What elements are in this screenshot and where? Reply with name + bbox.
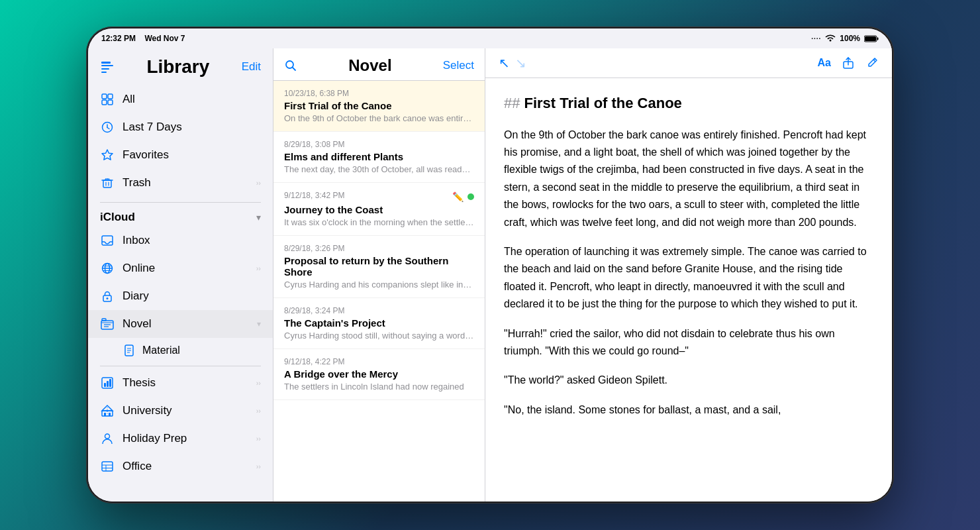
note-preview: Cyrus Harding and his companions slept l… xyxy=(284,280,474,290)
device-frame: 12:32 PM Wed Nov 7 ···· 100% xyxy=(86,26,894,504)
note-date: 9/12/18, 3:42 PM xyxy=(284,191,344,200)
icloud-title: iCloud xyxy=(100,211,135,224)
signal-icon: ···· xyxy=(811,35,821,42)
nav-forward-icon[interactable]: ↘ xyxy=(515,55,526,71)
battery-label: 100% xyxy=(840,34,860,43)
online-arrow: ›› xyxy=(256,264,261,272)
editor-paragraph-1: On the 9th of October the bark canoe was… xyxy=(504,127,873,231)
sidebar-item-university[interactable]: University ›› xyxy=(88,397,273,425)
sidebar-item-last7days[interactable]: Last 7 Days xyxy=(88,113,273,141)
editor-title: ##First Trial of the Canoe xyxy=(504,94,873,113)
trash-arrow: ›› xyxy=(256,179,261,187)
sidebar-item-inbox[interactable]: Inbox xyxy=(88,227,273,254)
unread-dot xyxy=(467,193,474,200)
search-icon[interactable] xyxy=(284,59,297,72)
sidebar-title: Library xyxy=(146,56,209,78)
svg-rect-33 xyxy=(102,319,106,321)
sidebar-item-holiday[interactable]: Holiday Prep ›› xyxy=(88,425,273,452)
sidebar-diary-label: Diary xyxy=(122,290,261,303)
app-content: Library Edit All Last 7 xyxy=(88,48,892,502)
editor-body[interactable]: On the 9th of October the bark canoe was… xyxy=(504,127,873,419)
svg-rect-6 xyxy=(101,72,107,73)
thesis-arrow: ›› xyxy=(256,379,261,387)
edit-pencil-icon: ✏️ xyxy=(452,191,464,202)
heading-hash: ## xyxy=(504,95,520,111)
sidebar-item-favorites[interactable]: Favorites xyxy=(88,141,273,169)
svg-point-54 xyxy=(286,61,293,68)
device-screen: 12:32 PM Wed Nov 7 ···· 100% xyxy=(88,28,892,502)
icloud-chevron-icon[interactable]: ▾ xyxy=(256,212,261,223)
markup-icon[interactable] xyxy=(865,56,879,70)
sidebar-item-all[interactable]: All xyxy=(88,85,273,113)
sidebar-office-label: Office xyxy=(122,460,248,473)
inbox-icon xyxy=(100,233,115,248)
sidebar-main-section: All Last 7 Days Favorites xyxy=(88,83,273,199)
sidebar-divider-2 xyxy=(100,366,261,366)
building-icon xyxy=(100,403,115,418)
editor: ↖ ↘ Aa ##First Trial xyxy=(485,48,892,502)
notes-list-items: 10/23/18, 6:38 PM First Trial of the Can… xyxy=(273,81,485,502)
sidebar-item-thesis[interactable]: Thesis ›› xyxy=(88,369,273,397)
battery-icon xyxy=(864,35,879,42)
time-display: 12:32 PM xyxy=(101,34,136,43)
svg-rect-1 xyxy=(865,36,876,41)
svg-point-49 xyxy=(105,434,110,439)
nav-back-icon[interactable]: ↖ xyxy=(499,55,510,71)
sidebar-item-diary[interactable]: Diary xyxy=(88,282,273,310)
wifi-icon xyxy=(825,34,836,42)
person-icon xyxy=(100,431,115,446)
sidebar-item-trash[interactable]: Trash ›› xyxy=(88,169,273,197)
office-arrow: ›› xyxy=(256,462,261,470)
sidebar-item-office[interactable]: Office ›› xyxy=(88,452,273,480)
editor-paragraph-5: "No, the island. Some stones for ballast… xyxy=(504,401,873,419)
sidebar-item-novel[interactable]: Novel ▾ xyxy=(88,310,273,338)
editor-toolbar: ↖ ↘ Aa xyxy=(485,48,892,78)
note-item-proposal[interactable]: 8/29/18, 3:26 PM Proposal to return by t… xyxy=(273,236,485,298)
svg-rect-42 xyxy=(107,381,109,387)
editor-toolbar-right: Aa xyxy=(818,56,879,70)
globe-icon xyxy=(100,261,115,276)
sidebar-item-online[interactable]: Online ›› xyxy=(88,254,273,282)
note-item-first-trial[interactable]: 10/23/18, 6:38 PM First Trial of the Can… xyxy=(273,81,485,132)
sidebar-divider-1 xyxy=(100,202,261,203)
svg-marker-14 xyxy=(102,150,113,160)
note-title: Proposal to return by the Southern Shore xyxy=(284,255,474,278)
svg-rect-3 xyxy=(101,62,111,64)
sidebar-header: Library Edit xyxy=(88,48,273,83)
editor-paragraph-3: "Hurrah!" cried the sailor, who did not … xyxy=(504,325,873,360)
note-item-journey[interactable]: 9/12/18, 3:42 PM ✏️ Journey to the Coast… xyxy=(273,183,485,236)
editor-toolbar-left: ↖ ↘ xyxy=(499,55,526,71)
note-item-elms[interactable]: 8/29/18, 3:08 PM Elms and different Plan… xyxy=(273,132,485,183)
svg-rect-15 xyxy=(103,180,111,187)
note-item-captains-project[interactable]: 8/29/18, 3:24 PM The Captain's Project C… xyxy=(273,298,485,349)
svg-line-13 xyxy=(107,128,109,129)
university-arrow: ›› xyxy=(256,407,261,415)
share-icon[interactable] xyxy=(842,56,855,70)
svg-rect-43 xyxy=(109,379,111,387)
notes-list: Novel Select 10/23/18, 6:38 PM First Tri… xyxy=(273,48,485,502)
star-icon xyxy=(100,148,115,162)
compose-icon[interactable] xyxy=(100,60,115,74)
notes-list-title: Novel xyxy=(297,56,443,75)
note-date: 9/12/18, 4:22 PM xyxy=(284,357,474,366)
date-display: Wed Nov 7 xyxy=(144,34,185,43)
svg-rect-8 xyxy=(108,94,113,99)
sidebar-material-label: Material xyxy=(142,344,261,356)
sidebar-inbox-label: Inbox xyxy=(122,234,261,247)
notes-folder-icon xyxy=(100,317,115,331)
sidebar-favorites-label: Favorites xyxy=(122,148,261,162)
svg-rect-10 xyxy=(108,100,113,105)
status-bar: 12:32 PM Wed Nov 7 ···· 100% xyxy=(88,28,892,48)
sidebar-last7days-label: Last 7 Days xyxy=(122,121,261,134)
svg-rect-5 xyxy=(101,68,109,70)
note-title: Elms and different Plants xyxy=(284,151,474,162)
font-size-icon[interactable]: Aa xyxy=(818,57,831,69)
select-button[interactable]: Select xyxy=(443,59,474,72)
svg-rect-2 xyxy=(877,37,879,40)
trash-icon xyxy=(100,176,115,190)
sidebar-subitem-material[interactable]: Material xyxy=(88,338,273,363)
lock-icon xyxy=(100,289,115,303)
note-item-bridge[interactable]: 9/12/18, 4:22 PM A Bridge over the Mercy… xyxy=(273,349,485,400)
sidebar-edit-button[interactable]: Edit xyxy=(242,60,261,74)
sidebar-holiday-label: Holiday Prep xyxy=(122,432,248,445)
